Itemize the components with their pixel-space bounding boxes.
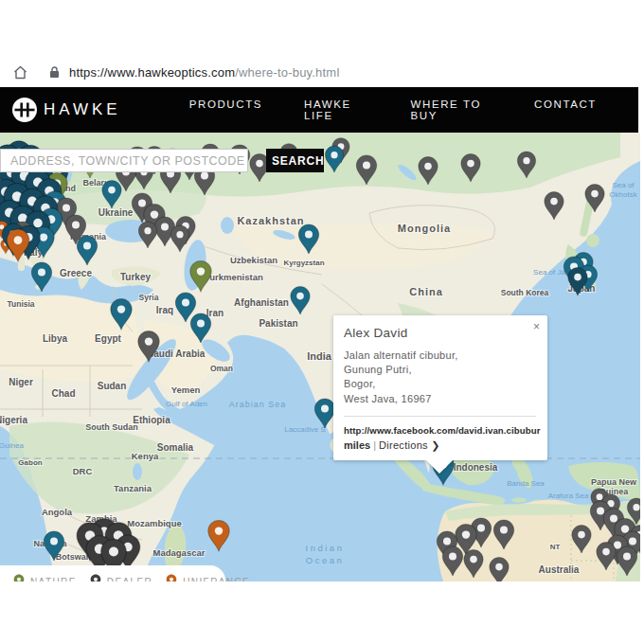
map-country-label: NT	[550, 543, 561, 551]
map-country-label: Nigeria	[0, 415, 27, 425]
screenshot-canvas: https://www.hawkeoptics.com/where-to-buy…	[0, 0, 644, 644]
address-line: Bogor,	[344, 377, 536, 391]
map-country-label: Indonesia	[454, 462, 498, 473]
map-country-label: Tanzania	[114, 483, 152, 493]
nav-item-products[interactable]: PRODUCTS	[189, 98, 262, 121]
popup-website-link[interactable]: http://www.facebook.com/david.ivan.cibub…	[344, 425, 536, 436]
dealer-pin-icon	[90, 574, 101, 581]
legend-item-unifrance[interactable]: UNIFRANCE	[166, 574, 250, 581]
search-input[interactable]	[0, 149, 248, 172]
popup-divider	[344, 416, 536, 417]
dealer-info-popup: × Alex David Jalan alternatif cibubur, G…	[333, 315, 547, 460]
legend-label: DEALER	[107, 577, 152, 582]
map-country-label: Libya	[43, 333, 68, 344]
map-sea-label: Okhotsk	[609, 190, 637, 199]
separator: |	[373, 439, 376, 451]
map-country-label: Tunisia	[7, 299, 34, 309]
address-line: Jalan alternatif cibubur,	[344, 349, 536, 363]
map-sea-label: Arabian Sea	[229, 400, 287, 409]
url-field[interactable]: https://www.hawkeoptics.com/where-to-buy…	[69, 65, 339, 80]
map-country-label: Pakistan	[259, 318, 297, 329]
lock-icon	[49, 66, 60, 79]
hawke-logo[interactable]: HAWKE	[10, 96, 121, 124]
map-country-label: Oman	[210, 364, 233, 373]
url-path-part: /where-to-buy.html	[235, 65, 339, 80]
map-country-label: Ethiopia	[133, 415, 170, 425]
map-sea-label: Indian	[306, 543, 345, 553]
map-country-label: Mozambique	[127, 518, 182, 528]
map-country-label: Uzbekistan	[230, 255, 277, 265]
map-sea-label: Arafura Sea	[548, 492, 589, 500]
map-country-label: Sudan	[98, 381, 127, 391]
directions-link[interactable]: Directions ❯	[379, 439, 440, 451]
store-search: SEARCH	[0, 149, 324, 172]
close-icon[interactable]: ×	[533, 321, 540, 332]
nav-item-contact[interactable]: CONTACT	[534, 98, 597, 121]
map-country-label: South Korea	[501, 288, 549, 297]
map-country-label: Angola	[42, 507, 73, 517]
popup-address: Jalan alternatif cibubur, Gunung Putri, …	[344, 349, 536, 406]
map-sea-label: Banda Sea	[507, 479, 545, 488]
map-country-label: South Sudan	[85, 422, 138, 432]
map-country-label: Somalia	[157, 442, 194, 453]
map-lake-victoria	[133, 463, 142, 480]
map-sea-label: Laccadive S	[284, 425, 326, 434]
map-hokkaido	[586, 234, 599, 247]
map-country-label: Niger	[9, 377, 33, 387]
dealer-map[interactable]: Sea ofOkhotskSea of JaArabian SeaGulf of…	[0, 133, 640, 581]
address-line: West Java, 16967	[344, 392, 536, 406]
map-sea-label: Gulf of Aden	[166, 400, 207, 408]
map-country-label: Yemen	[171, 385, 201, 395]
map-country-label: Gabon	[18, 458, 42, 467]
legend-item-dealer[interactable]: DEALER	[90, 574, 152, 581]
map-country-label: Turkey	[120, 272, 151, 282]
map-country-label: Australia	[539, 564, 580, 575]
hawke-logo-icon	[10, 96, 39, 124]
map-sea-label: Sea of	[612, 181, 635, 189]
map-country-label: India	[307, 350, 332, 362]
popup-tail	[426, 460, 453, 474]
home-icon[interactable]	[12, 64, 28, 80]
legend-label: NATURE	[30, 577, 77, 582]
map-country-label: Kazakhstan	[237, 215, 304, 226]
miles-label: miles	[344, 439, 370, 451]
map-country-label: Iran	[206, 308, 224, 318]
nature-pin-icon	[13, 574, 25, 581]
map-country-label: Kenya	[132, 451, 159, 461]
map-country-label: Iraq	[156, 305, 173, 315]
map-country-label: Afghanistan	[234, 297, 289, 308]
chevron-right-icon: ❯	[431, 439, 440, 451]
browser-address-bar: https://www.hawkeoptics.com/where-to-buy…	[0, 57, 638, 87]
map-country-label: Kyrgyzstan	[283, 259, 324, 267]
address-line: Gunung Putri,	[344, 363, 536, 377]
map-country-label: Chad	[52, 388, 76, 399]
map-legend: NATURE DEALER UNIFRANCE	[0, 565, 225, 581]
map-country-label: Greece	[60, 268, 92, 278]
map-country-label: Papua New	[591, 477, 637, 487]
map-country-label: Ukraine	[98, 207, 134, 218]
map-country-label: DRC	[73, 466, 93, 476]
main-nav: HAWKE PRODUCTS HAWKE LIFE WHERE TO BUY C…	[0, 87, 638, 133]
brand-wordmark: HAWKE	[44, 100, 121, 119]
map-aral-sea	[221, 217, 234, 234]
nav-item-hawke-life[interactable]: HAWKE LIFE	[304, 98, 369, 121]
map-country-label: Egypt	[95, 333, 121, 344]
search-button[interactable]: SEARCH	[266, 149, 324, 172]
map-sea-label: Guinea	[0, 441, 24, 450]
map-country-label: Mongolia	[398, 223, 451, 234]
map-country-label: Syria	[139, 293, 159, 302]
url-secure-part: https://www.hawkeoptics.com	[69, 65, 235, 80]
map-country-label: Turkmenistan	[205, 272, 263, 282]
map-sea-label: Ocean	[306, 555, 345, 565]
map-country-label: China	[409, 286, 443, 297]
map-sea-label: Sea of Ja	[533, 268, 565, 277]
unifrance-pin-icon	[166, 574, 177, 581]
popup-title: Alex David	[344, 326, 536, 340]
map-country-label: Madagascar	[153, 547, 206, 558]
legend-item-nature[interactable]: NATURE	[13, 574, 77, 581]
legend-label: UNIFRANCE	[183, 577, 250, 582]
nav-menu: PRODUCTS HAWKE LIFE WHERE TO BUY CONTACT	[189, 98, 638, 121]
nav-item-where-to-buy[interactable]: WHERE TO BUY	[411, 98, 492, 121]
popup-actions: miles|Directions ❯	[344, 439, 536, 452]
